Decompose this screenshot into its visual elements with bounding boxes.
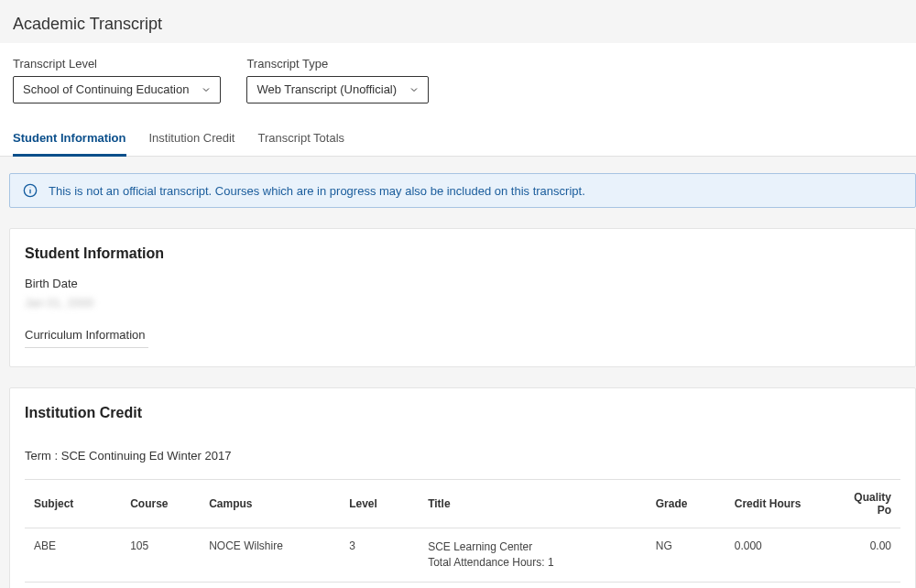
- birth-date-label: Birth Date: [25, 277, 900, 290]
- institution-credit-title: Institution Credit: [25, 405, 900, 421]
- content-area: This is not an official transcript. Cour…: [0, 157, 916, 588]
- cell-level: 3: [340, 528, 419, 583]
- info-banner-message: This is not an official transcript. Cour…: [49, 184, 585, 198]
- info-banner: This is not an official transcript. Cour…: [9, 173, 916, 208]
- transcript-type-select-wrap: Web Transcript (Unofficial): [246, 76, 429, 103]
- col-credit-hours: Credit Hours: [725, 480, 839, 528]
- term-label: Term : SCE Continuing Ed Winter 2017: [10, 436, 915, 479]
- tab-student-information[interactable]: Student Information: [13, 122, 126, 157]
- cell-title-line1: SCE Learning Center: [428, 539, 638, 555]
- cell-title: SCE Learning Center Total Attendance Hou…: [419, 528, 647, 583]
- transcript-type-select[interactable]: Web Transcript (Unofficial): [246, 76, 429, 103]
- cell-title-line2: Total Attendance Hours: 1: [428, 555, 638, 571]
- curriculum-info-label: Curriculum Information: [25, 328, 148, 348]
- col-level: Level: [340, 480, 419, 528]
- birth-date-value: Jan 01, 2000: [25, 296, 900, 310]
- cell-quality-points: 0.00: [839, 528, 900, 583]
- filters-row: Transcript Level School of Continuing Ed…: [13, 57, 903, 103]
- transcript-type-group: Transcript Type Web Transcript (Unoffici…: [246, 57, 429, 103]
- student-info-title: Student Information: [25, 245, 900, 262]
- institution-credit-card: Institution Credit Term : SCE Continuing…: [9, 387, 916, 588]
- student-information-card: Student Information Birth Date Jan 01, 2…: [9, 228, 916, 367]
- transcript-level-group: Transcript Level School of Continuing Ed…: [13, 57, 221, 103]
- col-grade: Grade: [647, 480, 725, 528]
- credit-table-header-row: Subject Course Campus Level Title Grade …: [25, 480, 900, 528]
- cell-grade: NG: [647, 528, 725, 583]
- cell-campus: NOCE Wilshire: [200, 528, 340, 583]
- col-title: Title: [419, 480, 647, 528]
- transcript-level-label: Transcript Level: [13, 57, 221, 71]
- page-title: Academic Transcript: [13, 15, 903, 34]
- col-course: Course: [121, 480, 200, 528]
- credit-table-wrap: Subject Course Campus Level Title Grade …: [10, 479, 915, 583]
- col-campus: Campus: [200, 480, 340, 528]
- tab-transcript-totals[interactable]: Transcript Totals: [257, 122, 344, 157]
- info-icon: [23, 183, 38, 198]
- cell-subject: ABE: [25, 528, 121, 583]
- transcript-level-select-wrap: School of Continuing Education: [13, 76, 221, 103]
- tab-institution-credit[interactable]: Institution Credit: [149, 122, 235, 157]
- credit-table: Subject Course Campus Level Title Grade …: [25, 479, 900, 583]
- transcript-level-select[interactable]: School of Continuing Education: [13, 76, 221, 103]
- transcript-type-label: Transcript Type: [246, 57, 429, 71]
- col-subject: Subject: [25, 480, 121, 528]
- table-row: ABE 105 NOCE Wilshire 3 SCE Learning Cen…: [25, 528, 900, 583]
- cell-course: 105: [121, 528, 200, 583]
- tabs: Student Information Institution Credit T…: [13, 122, 903, 156]
- filters-and-tabs: Transcript Level School of Continuing Ed…: [0, 43, 916, 157]
- cell-credit-hours: 0.000: [725, 528, 839, 583]
- page-header: Academic Transcript: [0, 0, 916, 43]
- col-quality-points: Quality Po: [839, 480, 900, 528]
